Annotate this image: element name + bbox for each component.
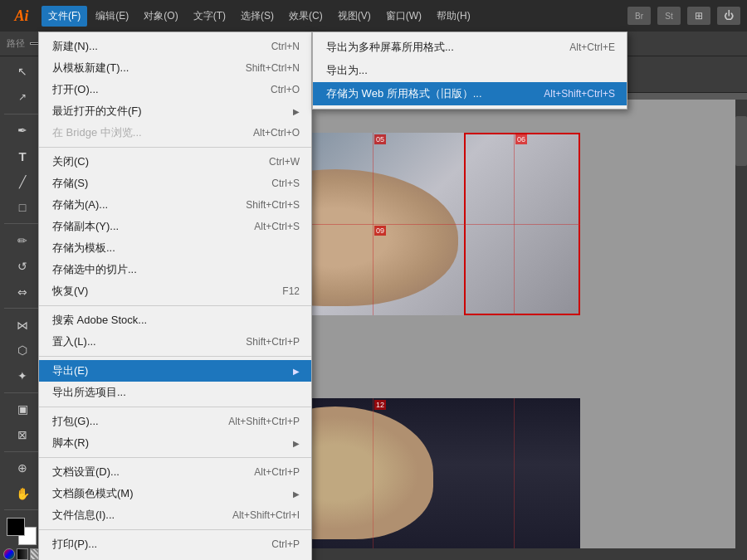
- menu-save-slice[interactable]: 存储选中的切片...: [39, 259, 311, 280]
- menu-object[interactable]: 对象(O): [137, 6, 184, 27]
- width-tool[interactable]: ⋈: [9, 313, 36, 337]
- select-tool[interactable]: ↖: [9, 60, 36, 84]
- menu-save-as[interactable]: 存储为(A)... Shift+Ctrl+S: [39, 194, 311, 216]
- mirror-tool[interactable]: ⇔: [9, 280, 36, 304]
- menu-export[interactable]: 导出(E) ▶: [39, 360, 311, 382]
- file-menu: 新建(N)... Ctrl+N 从模板新建(T)... Shift+Ctrl+N…: [38, 32, 312, 560]
- st-icon[interactable]: St: [657, 7, 681, 25]
- rect-tool[interactable]: □: [9, 196, 36, 220]
- tool-sep-2: [4, 223, 40, 224]
- menu-place[interactable]: 置入(L)... Shift+Ctrl+P: [39, 331, 311, 353]
- menu-revert[interactable]: 恢复(V) F12: [39, 280, 311, 302]
- menu-scripts[interactable]: 脚本(R) ▶: [39, 432, 311, 454]
- menu-close[interactable]: 关闭(C) Ctrl+W: [39, 151, 311, 173]
- rotate-tool[interactable]: ↺: [9, 254, 36, 278]
- submenu-save-web[interactable]: 存储为 Web 所用格式（旧版）... Alt+Shift+Ctrl+S: [313, 82, 627, 105]
- pencil-tool[interactable]: ✏: [9, 228, 36, 252]
- submenu-export-screens[interactable]: 导出为多种屏幕所用格式... Alt+Ctrl+E: [313, 36, 627, 59]
- vgrid-b2: [373, 398, 374, 548]
- tool-sep-5: [4, 451, 40, 452]
- menu-open-recent[interactable]: 最近打开的文件(F) ▶: [39, 100, 311, 122]
- tool-sep-6: [4, 509, 40, 510]
- color-mode-icon[interactable]: [3, 548, 15, 560]
- menu-new[interactable]: 新建(N)... Ctrl+N: [39, 36, 311, 57]
- path-label: 路径: [7, 37, 25, 50]
- tool-sep-1: [4, 114, 40, 114]
- scrollbar-right[interactable]: [735, 100, 747, 560]
- menu-bar: 文件(F) 编辑(E) 对象(O) 文字(T) 选择(S) 效果(C) 视图(V…: [42, 6, 622, 27]
- menu-view[interactable]: 视图(V): [331, 6, 378, 27]
- menu-div-6: [39, 529, 311, 530]
- color-swatches: [7, 518, 38, 545]
- menu-effect[interactable]: 效果(C): [282, 6, 330, 27]
- color-mode-icons: [3, 548, 42, 560]
- menu-print[interactable]: 打印(P)... Ctrl+P: [39, 533, 311, 555]
- title-bar: Ai 文件(F) 编辑(E) 对象(O) 文字(T) 选择(S) 效果(C) 视…: [0, 0, 747, 32]
- menu-text[interactable]: 文字(T): [187, 6, 232, 27]
- tool-sep-3: [4, 308, 40, 309]
- line-tool[interactable]: ╱: [9, 170, 36, 194]
- hand-tool[interactable]: ✋: [9, 481, 36, 505]
- gradient-tool[interactable]: ▣: [9, 397, 36, 421]
- vgrid-b3: [514, 398, 515, 548]
- menu-div-2: [39, 305, 311, 306]
- menu-save-copy[interactable]: 存储副本(Y)... Alt+Ctrl+S: [39, 216, 311, 237]
- submenu-export-as[interactable]: 导出为...: [313, 59, 627, 82]
- menu-bridge: 在 Bridge 中浏览... Alt+Ctrl+O: [39, 122, 311, 144]
- grid-tag-12: 12: [374, 400, 386, 410]
- type-tool[interactable]: T: [9, 144, 36, 168]
- menu-search-stock[interactable]: 搜索 Adobe Stock...: [39, 309, 311, 331]
- eyedrop-tool[interactable]: ✦: [9, 364, 36, 388]
- grid-icon[interactable]: ⊞: [687, 7, 710, 25]
- menu-select[interactable]: 选择(S): [234, 6, 281, 27]
- menu-save-template[interactable]: 存储为模板...: [39, 237, 311, 259]
- menu-help[interactable]: 帮助(H): [430, 6, 477, 27]
- menu-doc-info[interactable]: 文件信息(I)... Alt+Shift+Ctrl+I: [39, 504, 311, 526]
- menu-export-selected[interactable]: 导出所选项目...: [39, 382, 311, 403]
- menu-edit[interactable]: 编辑(E): [89, 6, 135, 27]
- gradient-mode-icon[interactable]: [17, 548, 28, 560]
- menu-package[interactable]: 打包(G)... Alt+Shift+Ctrl+P: [39, 411, 311, 432]
- menu-div-1: [39, 147, 311, 148]
- menu-div-5: [39, 457, 311, 458]
- power-icon[interactable]: ⏻: [717, 7, 740, 25]
- export-submenu: 导出为多种屏幕所用格式... Alt+Ctrl+E 导出为... 存储为 Web…: [312, 32, 627, 110]
- menu-div-4: [39, 407, 311, 407]
- menu-window[interactable]: 窗口(W): [379, 6, 428, 27]
- menu-file[interactable]: 文件(F): [42, 6, 87, 27]
- menu-quit[interactable]: 退出(X) Ctrl+Q: [39, 555, 311, 560]
- tool-sep-4: [4, 392, 40, 393]
- direct-select-tool[interactable]: ↗: [9, 85, 36, 110]
- menu-doc-color[interactable]: 文档颜色模式(M) ▶: [39, 483, 311, 504]
- menu-new-template[interactable]: 从模板新建(T)... Shift+Ctrl+N: [39, 57, 311, 79]
- menu-save[interactable]: 存储(S) Ctrl+S: [39, 173, 311, 194]
- mesh-tool[interactable]: ⊠: [9, 423, 36, 447]
- menu-div-3: [39, 356, 311, 357]
- scroll-thumb-right[interactable]: [735, 116, 747, 166]
- title-bar-right: Br St ⊞ ⏻: [627, 7, 740, 25]
- pen-tool[interactable]: ✒: [9, 119, 36, 143]
- foreground-swatch[interactable]: [7, 518, 25, 536]
- grid-tag-06: 06: [515, 134, 527, 144]
- grid-tag-05: 05: [374, 134, 386, 144]
- grid-tag-09: 09: [374, 226, 386, 236]
- zoom-tool[interactable]: ⊕: [9, 456, 36, 480]
- blend-tool[interactable]: ⬡: [9, 338, 36, 363]
- menu-open[interactable]: 打开(O)... Ctrl+O: [39, 79, 311, 100]
- ai-logo: Ai: [7, 2, 37, 29]
- br-icon[interactable]: Br: [627, 7, 651, 25]
- menu-doc-setup[interactable]: 文档设置(D)... Alt+Ctrl+P: [39, 461, 311, 483]
